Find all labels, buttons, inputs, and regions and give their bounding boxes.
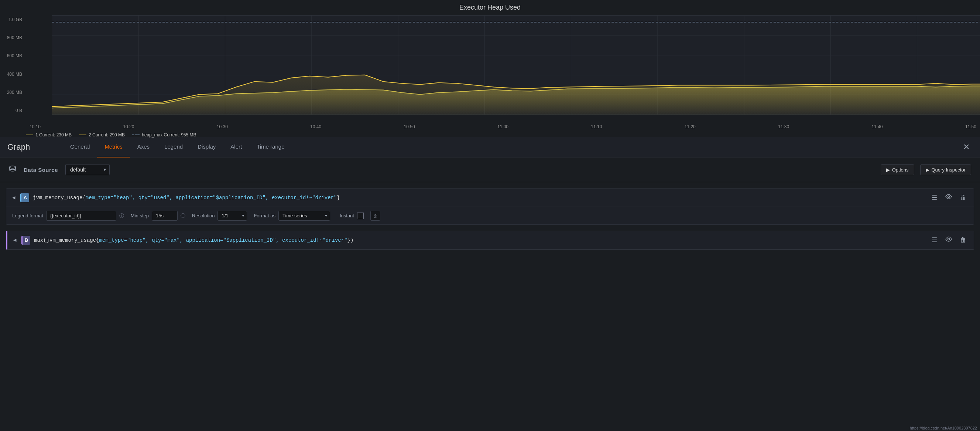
- query-b-badge: B: [21, 236, 30, 245]
- y-label-3: 400 MB: [0, 72, 22, 77]
- legend-label-1: 1 Current: 230 MB: [35, 132, 72, 137]
- panel-title: Graph: [7, 142, 52, 152]
- y-label-4: 200 MB: [0, 90, 22, 95]
- legend-label-max: heap_max Current: 955 MB: [142, 132, 196, 137]
- query-inspector-label: Query Inspector: [932, 167, 966, 172]
- x-label-0: 10:10: [30, 124, 41, 129]
- query-a-hide-icon[interactable]: [944, 193, 953, 203]
- query-inspector-button[interactable]: ▶ Query Inspector: [920, 164, 972, 175]
- query-a-link-button[interactable]: ⎋: [371, 211, 380, 221]
- resolution-label: Resolution: [192, 213, 215, 219]
- x-label-7: 11:20: [685, 124, 696, 129]
- query-a-expression[interactable]: jvm_memory_usage{mem_type="heap", qty="u…: [33, 195, 926, 201]
- right-buttons: ▶ Options ▶ Query Inspector: [881, 164, 971, 175]
- legend-format-group: Legend format ⓘ: [12, 211, 124, 221]
- close-panel-button[interactable]: ✕: [960, 141, 973, 153]
- chart-title: Executor Heap Used: [0, 4, 980, 11]
- query-a-collapse-icon[interactable]: ◀: [12, 195, 15, 200]
- resolution-select-wrap[interactable]: 1/1 1/2 1/3 ▼: [218, 211, 247, 221]
- svg-point-19: [10, 166, 16, 168]
- x-label-1: 10:20: [123, 124, 134, 129]
- x-label-2: 10:30: [217, 124, 228, 129]
- y-label-1: 800 MB: [0, 35, 22, 40]
- x-label-10: 11:50: [965, 124, 976, 129]
- instant-group: Instant: [337, 212, 364, 219]
- x-label-5: 11:00: [497, 124, 509, 129]
- format-as-group: Format as Time series Table ▼: [254, 211, 330, 221]
- query-a-header: ◀ A jvm_memory_usage{mem_type="heap", qt…: [6, 188, 974, 207]
- options-arrow-icon: ▶: [886, 167, 890, 172]
- query-row-a: ◀ A jvm_memory_usage{mem_type="heap", qt…: [6, 188, 974, 225]
- x-label-6: 11:10: [591, 124, 602, 129]
- chart-container: Executor Heap Used 1.0 GB 800 MB 600 MB …: [0, 0, 980, 137]
- legend-format-input[interactable]: [46, 211, 116, 221]
- query-a-options: Legend format ⓘ Min step ⓘ Resolution 1/…: [6, 207, 974, 224]
- min-step-group: Min step ⓘ: [131, 211, 185, 221]
- query-a-delete-icon[interactable]: 🗑: [959, 193, 968, 202]
- metrics-panel: Data Source default ▼ ▶ Options ▶ Query …: [0, 158, 980, 250]
- chart-legend: 1 Current: 230 MB 2 Current: 290 MB heap…: [26, 129, 980, 140]
- y-label-0: 1.0 GB: [0, 17, 22, 22]
- query-b-delete-icon[interactable]: 🗑: [959, 236, 968, 245]
- query-a-icons: ☰ 🗑: [930, 193, 968, 203]
- svg-point-20: [948, 196, 950, 198]
- query-a-badge: A: [20, 193, 29, 202]
- datasource-row: Data Source default ▼ ▶ Options ▶ Query …: [0, 158, 980, 182]
- y-label-5: 0 B: [0, 108, 22, 113]
- min-step-label: Min step: [131, 213, 149, 219]
- x-label-9: 11:40: [872, 124, 883, 129]
- options-button[interactable]: ▶ Options: [881, 164, 914, 175]
- datasource-select[interactable]: default: [65, 164, 110, 175]
- x-label-4: 10:50: [404, 124, 415, 129]
- legend-label-2: 2 Current: 290 MB: [89, 132, 125, 137]
- url-bar: https://blog.csdn.net/An10902397822: [907, 425, 980, 431]
- query-a-menu-icon[interactable]: ☰: [930, 193, 939, 202]
- legend-item-2: 2 Current: 290 MB: [79, 132, 125, 137]
- min-step-input[interactable]: [152, 211, 178, 221]
- resolution-group: Resolution 1/1 1/2 1/3 ▼: [192, 211, 247, 221]
- chart-y-labels: 1.0 GB 800 MB 600 MB 400 MB 200 MB 0 B: [0, 15, 24, 115]
- instant-label: Instant: [340, 213, 354, 219]
- legend-item-max: heap_max Current: 955 MB: [132, 132, 196, 137]
- y-label-2: 600 MB: [0, 53, 22, 58]
- datasource-label: Data Source: [24, 167, 58, 173]
- format-as-select-wrap[interactable]: Time series Table ▼: [278, 211, 330, 221]
- query-b-expression[interactable]: max(jvm_memory_usage{mem_type="heap", qt…: [34, 237, 926, 243]
- options-label: Options: [892, 167, 909, 172]
- chart-area: [52, 15, 980, 115]
- svg-point-21: [948, 238, 950, 240]
- query-b-hide-icon[interactable]: [944, 235, 953, 245]
- instant-checkbox[interactable]: [357, 212, 364, 219]
- query-b-menu-icon[interactable]: ☰: [930, 235, 939, 245]
- legend-color-2: [79, 134, 86, 135]
- chart-svg: [52, 16, 980, 115]
- query-inspector-arrow-icon: ▶: [926, 167, 929, 172]
- legend-format-info-icon: ⓘ: [119, 212, 124, 219]
- legend-format-label: Legend format: [12, 213, 43, 219]
- resolution-select[interactable]: 1/1 1/2 1/3: [218, 211, 247, 221]
- query-row-b: ◀ B max(jvm_memory_usage{mem_type="heap"…: [6, 231, 974, 250]
- legend-color-max: [132, 134, 140, 135]
- chart-x-labels: 10:10 10:20 10:30 10:40 10:50 11:00 11:1…: [26, 122, 980, 129]
- database-icon: [9, 165, 16, 174]
- format-as-label: Format as: [254, 213, 275, 219]
- x-label-3: 10:40: [310, 124, 321, 129]
- query-b-collapse-icon[interactable]: ◀: [13, 238, 16, 243]
- legend-color-1: [26, 134, 33, 135]
- legend-item-1: 1 Current: 230 MB: [26, 132, 72, 137]
- format-as-select[interactable]: Time series Table: [278, 211, 330, 221]
- x-label-8: 11:30: [778, 124, 789, 129]
- min-step-info-icon: ⓘ: [181, 212, 185, 219]
- query-a-metric: jvm_memory_usage: [33, 195, 82, 201]
- query-b-icons: ☰ 🗑: [930, 235, 968, 245]
- datasource-select-wrapper[interactable]: default ▼: [65, 164, 110, 175]
- query-b-header: ◀ B max(jvm_memory_usage{mem_type="heap"…: [6, 231, 974, 249]
